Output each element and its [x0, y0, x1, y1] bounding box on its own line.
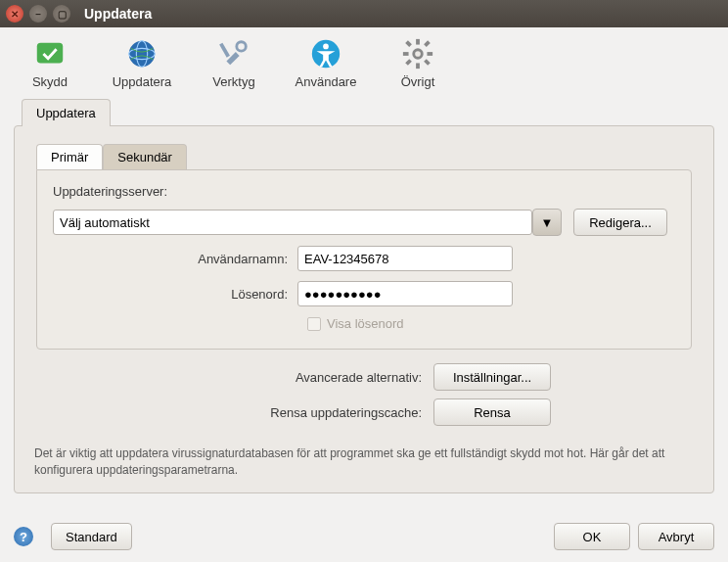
accessibility-icon: [309, 37, 342, 70]
ok-button[interactable]: OK: [554, 523, 630, 550]
password-label: Lösenord:: [53, 287, 297, 302]
help-button[interactable]: ?: [14, 527, 33, 546]
toolbar-tools[interactable]: Verktyg: [200, 37, 268, 89]
server-dropdown-button[interactable]: ▼: [532, 209, 562, 236]
svg-rect-15: [424, 40, 431, 47]
svg-rect-16: [405, 59, 412, 66]
checkbox-icon: [307, 317, 321, 331]
button-label: Inställningar...: [453, 370, 531, 385]
username-label: Användarnamn:: [53, 252, 297, 266]
show-password-checkbox: Visa lösenord: [307, 316, 675, 331]
window-title: Uppdatera: [84, 6, 152, 22]
settings-button[interactable]: Inställningar...: [433, 363, 551, 391]
button-label: Avbryt: [659, 530, 695, 544]
toolbar-label: Användare: [296, 74, 357, 89]
primary-panel: Uppdateringsserver: ▼ Redigera... Använd…: [36, 169, 692, 350]
advanced-options-label: Avancerade alternativ:: [177, 370, 422, 385]
checkbox-label: Visa lösenord: [327, 316, 404, 331]
svg-point-4: [237, 42, 246, 51]
dialog-button-bar: ? Standard OK Avbryt: [14, 523, 714, 550]
svg-rect-0: [37, 43, 63, 64]
button-label: Rensa: [474, 405, 511, 420]
update-server-input[interactable]: [53, 210, 532, 235]
toolbar-update[interactable]: Uppdatera: [108, 37, 176, 89]
help-icon: ?: [20, 530, 27, 544]
button-label: Redigera...: [589, 215, 652, 230]
svg-rect-5: [219, 43, 230, 58]
main-toolbar: Skydd Uppdatera Verktyg Användare Övrigt: [0, 27, 728, 95]
svg-rect-14: [424, 59, 431, 66]
svg-point-7: [323, 44, 329, 50]
shield-check-icon: [33, 37, 67, 70]
window-maximize-button[interactable]: ▢: [53, 5, 70, 23]
server-label: Uppdateringsserver:: [53, 184, 675, 199]
toolbar-users[interactable]: Användare: [292, 37, 360, 89]
tab-secondary[interactable]: Sekundär: [103, 144, 187, 169]
button-label: OK: [583, 530, 602, 544]
svg-rect-11: [403, 52, 409, 56]
svg-rect-12: [427, 52, 432, 56]
tab-label: Primär: [51, 150, 88, 164]
toolbar-protection[interactable]: Skydd: [16, 37, 84, 89]
clear-cache-button[interactable]: Rensa: [433, 398, 551, 426]
default-button[interactable]: Standard: [51, 523, 132, 550]
toolbar-label: Verktyg: [212, 74, 254, 89]
window-close-button[interactable]: ✕: [6, 5, 23, 23]
toolbar-other[interactable]: Övrigt: [384, 37, 452, 89]
window-minimize-button[interactable]: –: [29, 5, 47, 23]
clear-cache-label: Rensa uppdateringscache:: [177, 405, 422, 420]
toolbar-label: Skydd: [32, 74, 68, 89]
title-bar: ✕ – ▢ Uppdatera: [0, 0, 728, 27]
cancel-button[interactable]: Avbryt: [638, 523, 714, 550]
password-input[interactable]: [297, 281, 513, 306]
svg-point-1: [129, 41, 155, 67]
svg-rect-9: [416, 39, 420, 45]
gear-icon: [401, 37, 434, 70]
tab-update[interactable]: Uppdatera: [22, 99, 111, 126]
tab-primary[interactable]: Primär: [36, 144, 103, 169]
outer-tab-panel: Primär Sekundär Uppdateringsserver: ▼ Re…: [14, 125, 714, 493]
svg-point-17: [415, 51, 421, 57]
svg-rect-13: [405, 40, 412, 47]
tools-icon: [217, 37, 250, 70]
globe-icon: [125, 37, 159, 70]
toolbar-label: Övrigt: [401, 74, 435, 89]
toolbar-label: Uppdatera: [113, 74, 172, 89]
edit-server-button[interactable]: Redigera...: [573, 209, 667, 236]
description-text: Det är viktig att uppdatera virussignatu…: [15, 440, 713, 492]
tab-label: Uppdatera: [36, 106, 96, 120]
svg-rect-10: [416, 63, 420, 69]
tab-label: Sekundär: [117, 150, 172, 164]
chevron-down-icon: ▼: [541, 215, 554, 230]
button-label: Standard: [66, 530, 117, 544]
username-input[interactable]: [297, 246, 513, 271]
